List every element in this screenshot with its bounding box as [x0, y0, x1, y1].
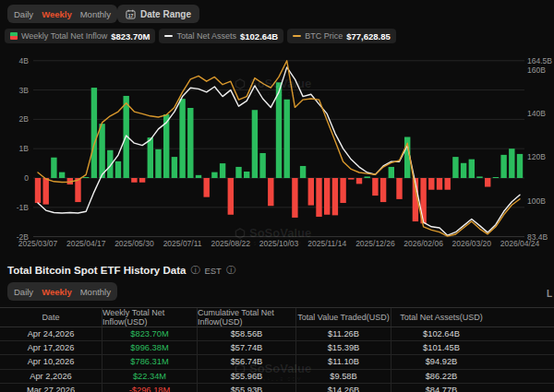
- left-axis-tick: 0: [24, 173, 29, 183]
- history-info-icon[interactable]: ⓘ: [190, 266, 199, 275]
- date-range-button[interactable]: 17 Date Range: [117, 5, 199, 23]
- inflow-bar: [204, 178, 210, 197]
- cell-date: Apr 24,2026: [0, 327, 102, 340]
- inflow-bar: [35, 178, 41, 203]
- inflow-bar: [389, 167, 394, 178]
- tab-monthly[interactable]: Monthly: [80, 9, 111, 19]
- x-axis-tick: 2025/03/07: [18, 239, 58, 248]
- history-section-title: Total Bitcoin Spot ETF History Data ⓘ ES…: [7, 265, 235, 276]
- cell-net-assets: $101.45B: [391, 341, 554, 354]
- column-header: Total Value Traded(USD): [295, 308, 391, 327]
- inflow-bar: [469, 160, 475, 178]
- cell-cumulative-inflow: $57.74B: [197, 341, 295, 354]
- net-assets-line-icon: [164, 35, 173, 38]
- timezone-info-icon[interactable]: ⓘ: [226, 266, 235, 275]
- inflow-bar: [83, 177, 89, 178]
- etf-flow-chart[interactable]: 4B3B2B1B0-1B-2B164.5B160B140B120B100B83.…: [0, 51, 554, 263]
- inflow-bar: [292, 178, 297, 218]
- cell-weekly-inflow: $22.34M: [102, 370, 197, 383]
- tab-daily[interactable]: Daily: [14, 9, 33, 19]
- legend-item-total-net-assets[interactable]: Total Net Assets$102.64B: [159, 29, 283, 43]
- left-axis-tick: -1B: [17, 203, 30, 212]
- inflow-bar: [91, 88, 97, 178]
- cell-value-traded: $14.26B: [295, 384, 391, 392]
- inflow-bar: [461, 163, 466, 178]
- cell-value-traded: $15.39B: [295, 341, 391, 354]
- inflow-bar: [99, 124, 104, 178]
- inflow-bar: [500, 155, 506, 178]
- inflow-bar: [228, 178, 234, 215]
- tab-weekly[interactable]: Weekly: [42, 287, 72, 297]
- inflow-bar: [259, 153, 265, 178]
- svg-text:17: 17: [128, 12, 134, 18]
- cell-weekly-inflow: $786.31M: [102, 355, 197, 368]
- tab-weekly[interactable]: Weekly: [42, 9, 72, 19]
- inflow-bar: [131, 178, 137, 183]
- cell-date: Apr 2,2026: [0, 370, 102, 383]
- column-header: Cumulative Total Net Inflow(USD): [197, 308, 295, 327]
- legend-value: $823.70M: [111, 31, 150, 42]
- x-axis-tick: 2026/03/20: [452, 239, 492, 248]
- inflow-bar: [268, 178, 273, 206]
- inflow-bar: [148, 137, 153, 178]
- btc-price-line-icon: [293, 35, 301, 38]
- inflow-bar: [300, 166, 306, 178]
- legend-item-btc-price[interactable]: BTC Price$77,628.85: [287, 29, 396, 43]
- inflow-bar: [187, 108, 193, 178]
- inflow-bar: [211, 172, 217, 178]
- inflow-bar: [284, 100, 290, 178]
- inflow-bar: [316, 178, 321, 217]
- left-axis-tick: 3B: [19, 86, 30, 95]
- column-header: Total Net Assets(USD): [391, 308, 554, 327]
- column-header: Date: [0, 308, 102, 327]
- cell-value-traded: $11.10B: [295, 355, 391, 368]
- cell-cumulative-inflow: $58.56B: [197, 327, 295, 340]
- cell-weekly-inflow: -$296.18M: [102, 384, 197, 392]
- legend-value: $77,628.85: [346, 31, 391, 42]
- table-row: Apr 10,2026$786.31M$56.74B$11.10B$94.92B: [0, 355, 554, 369]
- cell-date: Apr 10,2026: [0, 355, 102, 368]
- x-axis-tick: 2025/07/11: [163, 239, 202, 248]
- table-row: Mar 27,2026-$296.18M$55.93B$14.26B$84.77…: [0, 384, 554, 392]
- legend-label: BTC Price: [305, 31, 343, 41]
- cell-value-traded: $11.26B: [295, 327, 391, 340]
- x-axis-tick: 2025/08/22: [211, 239, 251, 248]
- inflow-bar: [485, 178, 490, 187]
- calendar-icon: 17: [126, 9, 136, 19]
- inflow-bar: [332, 178, 338, 215]
- table-row: Apr 24,2026$823.70M$58.56B$11.26B$102.64…: [0, 327, 554, 341]
- cell-value-traded: $9.58B: [295, 370, 391, 383]
- left-axis-tick: 1B: [19, 144, 30, 153]
- inflow-bar-icon: [10, 32, 18, 40]
- timezone-label: EST: [204, 266, 221, 276]
- cell-net-assets: $94.92B: [391, 355, 554, 368]
- legend-item-weekly-total-net-inflow[interactable]: Weekly Total Net Inflow$823.70M: [5, 29, 155, 43]
- etf-dashboard: DailyWeeklyMonthly 17 Date Range Weekly …: [0, 0, 554, 392]
- tab-daily[interactable]: Daily: [14, 287, 33, 297]
- x-axis-tick: 2026/02/06: [403, 239, 443, 248]
- inflow-bar: [437, 178, 442, 190]
- inflow-bar: [308, 178, 314, 206]
- history-period-tabs: DailyWeeklyMonthly: [7, 282, 117, 301]
- x-axis-tick: 2025/10/03: [259, 239, 299, 248]
- cell-date: Apr 17,2026: [0, 341, 102, 354]
- cell-cumulative-inflow: $55.93B: [197, 384, 295, 392]
- cell-weekly-inflow: $823.70M: [102, 327, 197, 340]
- inflow-bar: [396, 178, 402, 199]
- cell-cumulative-inflow: $56.74B: [197, 355, 295, 368]
- inflow-bar: [220, 163, 225, 178]
- table-row: Apr 2,2026$22.34M$55.96B$9.58B$86.22B: [0, 370, 554, 384]
- inflow-bar: [244, 172, 249, 178]
- inflow-bar: [517, 154, 523, 178]
- cell-net-assets: $84.77B: [391, 384, 554, 392]
- x-axis-tick: 2025/04/17: [66, 239, 106, 248]
- right-axis-tick: 164.5B: [527, 56, 552, 65]
- x-axis-tick: 2025/11/14: [307, 239, 346, 248]
- legend-value: $102.64B: [240, 31, 278, 42]
- table-row: Apr 17,2026$996.38M$57.74B$15.39B$101.45…: [0, 341, 554, 355]
- inflow-bar: [115, 161, 121, 178]
- tab-monthly[interactable]: Monthly: [80, 287, 111, 297]
- inflow-bar: [155, 149, 161, 178]
- inflow-bar: [75, 178, 80, 202]
- inflow-bar: [356, 178, 362, 184]
